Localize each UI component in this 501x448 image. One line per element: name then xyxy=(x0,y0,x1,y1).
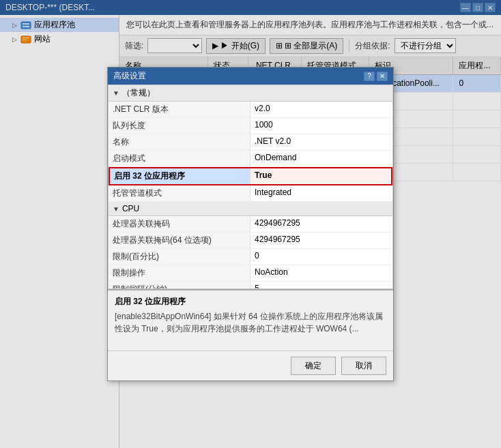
prop-value: 4294967295 xyxy=(250,233,392,248)
prop-name: 限制操作 xyxy=(109,265,250,281)
description-area: 启用 32 位应用程序 [enable32BitAppOnWin64] 如果针对… xyxy=(108,289,393,350)
dialog-body: ▼（常规）.NET CLR 版本v2.0队列长度1000名称.NET v2.0启… xyxy=(108,85,393,350)
prop-section-general[interactable]: ▼（常规） xyxy=(109,85,392,102)
cancel-button[interactable]: 取消 xyxy=(341,357,386,375)
prop-value: .NET v2.0 xyxy=(250,134,392,150)
prop-value: NoAction xyxy=(250,265,392,281)
prop-name: 启动模式 xyxy=(109,151,250,166)
prop-value: Integrated xyxy=(250,185,392,201)
prop-value: 1000 xyxy=(250,118,392,134)
dialog-title-buttons: ? ✕ xyxy=(364,72,388,81)
desc-text: [enable32BitAppOnWin64] 如果针对 64 位操作系统上的应… xyxy=(115,310,386,335)
ok-button[interactable]: 确定 xyxy=(291,357,336,375)
prop-row-.NET-CLR-版本: .NET CLR 版本v2.0 xyxy=(109,102,392,118)
prop-name: 名称 xyxy=(109,134,250,150)
section-expand-icon: ▼ xyxy=(113,205,119,213)
prop-row-名称: 名称.NET v2.0 xyxy=(109,134,392,151)
prop-name: 托管管道模式 xyxy=(109,185,250,201)
prop-row-限制间隔(分钟): 限制间隔(分钟)5 xyxy=(109,282,392,289)
desc-title: 启用 32 位应用程序 xyxy=(115,296,386,308)
prop-row-处理器关联掩码(64-位选项): 处理器关联掩码(64 位选项)4294967295 xyxy=(109,233,392,249)
property-grid[interactable]: ▼（常规）.NET CLR 版本v2.0队列长度1000名称.NET v2.0启… xyxy=(108,85,393,289)
advanced-settings-dialog: 高级设置 ? ✕ ▼（常规）.NET CLR 版本v2.0队列长度1000名称.… xyxy=(107,67,394,381)
dialog-close-button[interactable]: ✕ xyxy=(377,72,388,81)
prop-value: OnDemand xyxy=(250,151,392,166)
prop-row-限制(百分比): 限制(百分比)0 xyxy=(109,249,392,265)
dialog-help-button[interactable]: ? xyxy=(364,72,375,81)
prop-value: v2.0 xyxy=(250,102,392,117)
prop-row-队列长度: 队列长度1000 xyxy=(109,118,392,134)
section-label: CPU xyxy=(122,204,139,213)
prop-row-启动模式: 启动模式OnDemand xyxy=(109,151,392,167)
prop-row-启用-32-位应用程序[interactable]: 启用 32 位应用程序True xyxy=(109,167,392,185)
dialog-footer: 确定 取消 xyxy=(108,350,393,380)
prop-row-处理器关联掩码: 处理器关联掩码4294967295 xyxy=(109,216,392,233)
prop-name: 限制(百分比) xyxy=(109,249,250,265)
prop-name: 启用 32 位应用程序 xyxy=(110,168,250,184)
section-expand-icon: ▼ xyxy=(113,89,119,97)
prop-name: 处理器关联掩码(64 位选项) xyxy=(109,233,250,248)
dialog-title-text: 高级设置 xyxy=(113,70,146,82)
prop-value[interactable]: True xyxy=(250,168,391,184)
prop-section-cpu[interactable]: ▼CPU xyxy=(109,202,392,216)
prop-value: 0 xyxy=(250,249,392,265)
modal-overlay: 高级设置 ? ✕ ▼（常规）.NET CLR 版本v2.0队列长度1000名称.… xyxy=(0,0,501,448)
dialog-title-bar: 高级设置 ? ✕ xyxy=(108,68,393,85)
prop-name: 限制间隔(分钟) xyxy=(109,282,250,289)
prop-value: 4294967295 xyxy=(250,216,392,232)
prop-value: 5 xyxy=(250,282,392,289)
prop-row-托管管道模式: 托管管道模式Integrated xyxy=(109,185,392,202)
prop-name: 处理器关联掩码 xyxy=(109,216,250,232)
prop-name: 队列长度 xyxy=(109,118,250,134)
prop-name: .NET CLR 版本 xyxy=(109,102,250,117)
section-label: （常规） xyxy=(122,87,155,99)
prop-row-限制操作: 限制操作NoAction xyxy=(109,265,392,282)
